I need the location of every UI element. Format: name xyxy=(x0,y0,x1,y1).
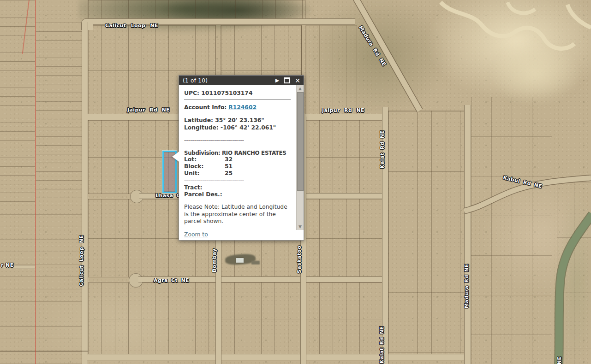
maximize-icon[interactable] xyxy=(284,77,290,83)
popup-content: UPC: 1011075103174 Account Info: R124602… xyxy=(184,90,291,225)
scrollbar-thumb[interactable] xyxy=(297,92,304,191)
close-icon[interactable]: ✕ xyxy=(295,77,300,84)
road-label-calicut-loop-vertical: Calicut Loop NE xyxy=(78,235,84,286)
parcel-grid xyxy=(305,282,383,355)
road-label-agra: Agra Ct NE xyxy=(154,277,189,283)
road-label-madura-diagonal: Madura Rd NE xyxy=(358,25,387,67)
scroll-down-icon[interactable]: ▼ xyxy=(297,223,304,230)
road-label-jaipur-left: Jaipur Rd NE xyxy=(127,107,170,113)
lot-row: Lot: 32 xyxy=(184,156,291,163)
sand-finger-patch xyxy=(489,41,581,106)
parcel-des-label: Parcel Des.: xyxy=(184,191,291,198)
tract-label: Tract: xyxy=(184,184,291,191)
structure-blob xyxy=(251,261,260,264)
parcel-grid xyxy=(88,282,216,355)
parcel-grid xyxy=(221,282,302,355)
survey-line xyxy=(35,0,36,364)
account-info-row: Account Info: R124602 xyxy=(184,104,291,111)
note-text: Please Note: Latitude and Longitude is t… xyxy=(184,204,293,225)
subdivision-row: Subdivision: RIO RANCHO ESTATES xyxy=(184,150,291,156)
parcel-grid xyxy=(0,0,35,202)
next-feature-icon[interactable]: ▶ xyxy=(275,78,279,83)
parcel-grid xyxy=(0,202,82,364)
map-viewport[interactable]: Calicut Loop NE Madura Rd NE Jaipur Rd N… xyxy=(0,0,591,364)
parcel-grid xyxy=(305,120,383,194)
road-label-left-edge: r NE xyxy=(1,262,14,268)
block-value: 51 xyxy=(225,163,233,170)
popup-body: UPC: 1011075103174 Account Info: R124602… xyxy=(179,85,304,240)
sand-wash-patch xyxy=(424,0,591,101)
parcel-grid xyxy=(471,97,552,364)
road-label-lhasa: Lhasa C xyxy=(155,193,180,199)
road-label-calicut-loop-top: Calicut Loop NE xyxy=(105,23,158,29)
road-label-kalat-lower: Kalat Rd NE xyxy=(379,326,385,364)
lot-label: Lot: xyxy=(184,156,225,163)
popup-pagination: (1 of 10) xyxy=(183,77,271,84)
subdivision-value: RIO RANCHO ESTATES xyxy=(222,150,286,156)
road-label-jaipur-right: Jaipur Rd NE xyxy=(322,107,364,113)
longitude-value: Longitude: -106° 42' 22.061" xyxy=(184,124,291,131)
dashed-divider: ------------------------------ xyxy=(184,137,291,143)
block-row: Block: 51 xyxy=(184,163,291,170)
parcel-info-popup: (1 of 10) ▶ ✕ UPC: 1011075103174 Account… xyxy=(179,75,304,241)
account-info-label: Account Info: xyxy=(184,104,227,111)
unit-value: 25 xyxy=(225,170,233,177)
parcel-grid xyxy=(305,25,357,115)
parcel-grid xyxy=(557,182,591,364)
dashed-divider: ------------------------------ xyxy=(184,177,291,184)
latitude-value: Latitude: 35° 20' 23.136" xyxy=(184,117,291,124)
road-label-kalat-upper: Kalat Rd NE xyxy=(379,130,385,169)
road-madura-vertical xyxy=(464,105,471,364)
scroll-up-icon[interactable]: ▲ xyxy=(297,85,304,92)
account-info-link[interactable]: R124602 xyxy=(228,104,257,111)
subdivision-label: Subdivision: xyxy=(184,150,220,156)
popup-pointer xyxy=(172,152,179,162)
popup-scrollbar[interactable]: ▲ ▼ xyxy=(296,85,304,230)
unit-row: Unit: 25 xyxy=(184,170,291,177)
divider-line xyxy=(184,100,291,100)
block-label: Block: xyxy=(184,163,225,170)
road-label-madura-vertical: Madura Rd NE xyxy=(464,264,470,308)
upc-value: UPC: 1011075103174 xyxy=(184,90,291,96)
road-label-bombay: Bombay xyxy=(211,248,217,272)
zoom-to-link[interactable]: Zoom to xyxy=(184,231,208,238)
lot-line xyxy=(0,351,88,352)
latlong-block: Latitude: 35° 20' 23.136" Longitude: -10… xyxy=(184,117,291,131)
parcel-grid xyxy=(36,14,82,200)
road-bottom xyxy=(87,354,470,360)
parcel-grid xyxy=(305,199,383,277)
road-label-ne-bottom-right: NE xyxy=(556,356,562,364)
parcel-grid xyxy=(88,0,305,19)
lot-value: 32 xyxy=(225,156,233,163)
road-label-saskatoon: Saskatoo xyxy=(296,246,302,273)
road-calicut-loop-vertical xyxy=(82,22,88,364)
unit-label: Unit: xyxy=(184,170,225,177)
popup-header: (1 of 10) ▶ ✕ xyxy=(179,76,304,85)
parcel-grid xyxy=(388,111,465,356)
structure-roof xyxy=(236,258,244,263)
